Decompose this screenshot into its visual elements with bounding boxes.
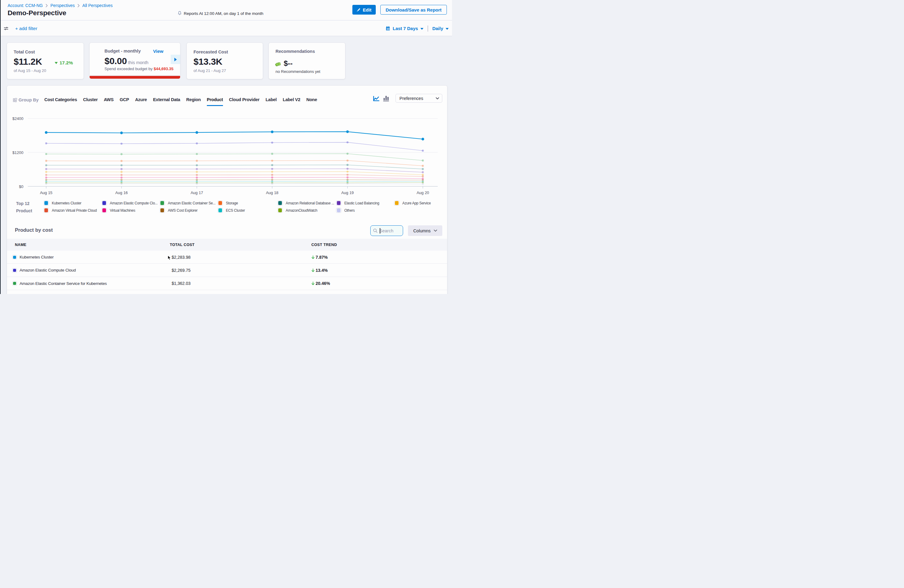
legend-item-amazon-virtual-private-cloud[interactable]: Amazon Virtual Private Cloud (43, 207, 97, 213)
add-filter-button[interactable]: + add filter (15, 21, 37, 36)
budget-view-link[interactable]: View (153, 49, 163, 54)
data-point[interactable] (422, 183, 424, 185)
data-point[interactable] (271, 164, 273, 166)
data-point[interactable] (422, 165, 424, 167)
cost-line-chart[interactable]: $0$1200$2400Aug 15Aug 16Aug 17Aug 18Aug … (7, 104, 447, 196)
legend-item-amazon-relational-database-[interactable]: Amazon Relational Database ... (277, 200, 334, 206)
data-point[interactable] (346, 141, 349, 143)
data-point[interactable] (120, 177, 123, 179)
data-point[interactable] (422, 160, 424, 161)
data-point[interactable] (271, 142, 273, 144)
table-row-amazon-elastic-compute-cloud[interactable]: Amazon Elastic Compute Cloud$2,269.7513.… (7, 264, 447, 277)
legend-item-amazon-elastic-container-se-[interactable]: Amazon Elastic Container Se... (160, 200, 216, 206)
data-point[interactable] (346, 153, 349, 155)
data-point[interactable] (271, 174, 273, 176)
data-point[interactable] (45, 142, 47, 145)
data-point[interactable] (346, 177, 349, 179)
legend-item-amazon-elastic-compute-clo-[interactable]: Amazon Elastic Compute Clo... (101, 200, 158, 206)
data-point[interactable] (120, 131, 123, 134)
filter-sliders-icon[interactable] (4, 27, 8, 32)
chevron-down-icon[interactable] (420, 28, 424, 30)
column-header-cost-trend[interactable]: COST TREND (311, 243, 337, 247)
data-point[interactable] (196, 160, 198, 162)
breadcrumb-all-perspectives[interactable]: All Perspectives (82, 3, 113, 8)
preferences-dropdown[interactable]: Preferences (395, 94, 442, 103)
search-input[interactable] (379, 228, 401, 233)
data-point[interactable] (196, 183, 198, 185)
data-point[interactable] (346, 174, 349, 176)
data-point[interactable] (45, 164, 47, 166)
edit-button[interactable]: Edit (352, 5, 376, 14)
data-point[interactable] (120, 153, 123, 155)
breadcrumb-perspectives[interactable]: Perspectives (51, 3, 75, 8)
data-point[interactable] (196, 171, 198, 173)
data-point[interactable] (271, 160, 273, 162)
table-row-amazon-elastic-container-service-for-kubernetes[interactable]: Amazon Elastic Container Service for Kub… (7, 277, 447, 290)
data-point[interactable] (196, 177, 198, 179)
chevron-down-icon[interactable] (446, 28, 449, 30)
data-point[interactable] (346, 168, 349, 170)
data-point[interactable] (196, 142, 198, 145)
date-range-selector[interactable]: Last 7 Days (393, 26, 418, 31)
data-point[interactable] (422, 168, 424, 170)
data-point[interactable] (271, 131, 274, 133)
data-point[interactable] (45, 183, 47, 185)
data-point[interactable] (120, 160, 123, 162)
data-point[interactable] (346, 183, 349, 185)
data-point[interactable] (120, 143, 123, 145)
legend-item-ecs-cluster[interactable]: ECS Cluster (218, 207, 245, 213)
bar-chart-toggle-icon[interactable] (383, 96, 389, 103)
legend-item-elastic-load-balancing[interactable]: Elastic Load Balancing (336, 200, 379, 206)
data-point[interactable] (422, 171, 424, 174)
column-header-name[interactable]: NAME (15, 243, 27, 247)
data-point[interactable] (422, 175, 424, 178)
data-point[interactable] (196, 153, 198, 155)
legend-item-aws-cost-explorer[interactable]: AWS Cost Explorer (160, 207, 198, 213)
data-point[interactable] (45, 153, 47, 155)
granularity-selector[interactable]: Daily (432, 26, 443, 31)
data-point[interactable] (346, 164, 349, 166)
data-point[interactable] (271, 171, 273, 173)
data-point[interactable] (196, 164, 198, 166)
breadcrumb-account[interactable]: Account: CCM-NG (8, 3, 43, 8)
data-point[interactable] (346, 171, 349, 173)
legend-item-storage[interactable]: Storage (218, 200, 238, 206)
legend-item-azure-app-service[interactable]: Azure App Service (394, 200, 431, 206)
legend-item-amazoncloudwatch[interactable]: AmazonCloudWatch (277, 207, 318, 213)
data-point[interactable] (45, 168, 47, 170)
table-row-kubernetes-cluster[interactable]: Kubernetes Cluster$2,283.987.87% (7, 251, 447, 264)
report-schedule[interactable]: Reports At 12:00 AM, on day 1 of the mon… (178, 7, 263, 20)
data-point[interactable] (196, 131, 198, 134)
line-chart-toggle-icon[interactable] (373, 96, 379, 103)
legend-item-others[interactable]: Others (336, 207, 355, 213)
data-point[interactable] (346, 130, 349, 133)
data-point[interactable] (422, 138, 424, 141)
data-point[interactable] (196, 174, 198, 176)
legend-label: AmazonCloudWatch (286, 209, 318, 213)
data-point[interactable] (45, 177, 47, 179)
data-point[interactable] (45, 171, 47, 173)
data-point[interactable] (346, 160, 349, 161)
data-point[interactable] (271, 168, 273, 170)
data-point[interactable] (120, 174, 123, 176)
column-header-total-cost[interactable]: TOTAL COST (170, 243, 194, 247)
data-point[interactable] (120, 171, 123, 173)
table-search[interactable] (370, 225, 403, 236)
data-point[interactable] (271, 153, 273, 155)
x-axis-label: Aug 18 (266, 190, 278, 195)
data-point[interactable] (120, 183, 123, 185)
legend-item-kubernetes-cluster[interactable]: Kubernetes Cluster (43, 200, 81, 206)
legend-item-virtual-machines[interactable]: Virtual Machines (101, 207, 135, 213)
data-point[interactable] (196, 168, 198, 170)
data-point[interactable] (120, 164, 123, 166)
data-point[interactable] (271, 177, 273, 179)
data-point[interactable] (45, 174, 47, 176)
budget-flyout-button[interactable] (171, 55, 180, 64)
data-point[interactable] (45, 131, 48, 134)
data-point[interactable] (422, 150, 424, 152)
data-point[interactable] (120, 168, 123, 170)
data-point[interactable] (271, 183, 273, 185)
data-point[interactable] (45, 160, 47, 162)
download-save-report-button[interactable]: Download/Save as Report (380, 5, 447, 14)
columns-dropdown[interactable]: Columns (408, 225, 442, 236)
